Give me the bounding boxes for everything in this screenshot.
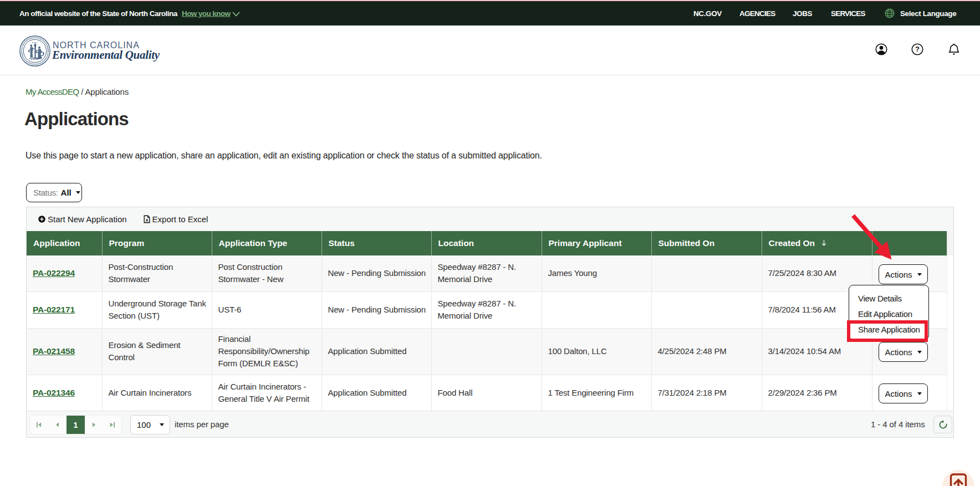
svg-text:?: ? bbox=[915, 45, 920, 53]
svg-text:x: x bbox=[145, 217, 148, 223]
